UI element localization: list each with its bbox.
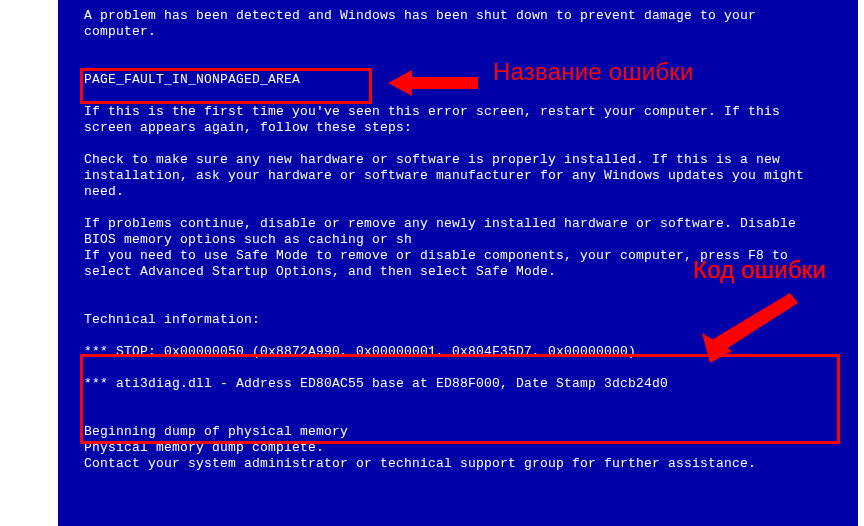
annotation-label-error-code: Код ошибки [693,262,826,278]
module-line: *** ati3diag.dll - Address ED80AC55 base… [84,376,828,392]
annotation-label-error-name: Название ошибки [493,64,694,80]
bsod-screen: A problem has been detected and Windows … [58,0,858,526]
contact: Contact your system administrator or tec… [84,456,828,472]
blank [84,408,828,424]
blank [84,40,828,56]
error-name: PAGE_FAULT_IN_NONPAGED_AREA [84,72,828,88]
bsod-first-time: If this is the first time you've seen th… [84,104,828,136]
blank [84,88,828,104]
dump-complete: Physical memory dump complete. [84,440,828,456]
blank [84,56,828,72]
blank [84,360,828,376]
bsod-intro: A problem has been detected and Windows … [84,8,828,40]
tech-header: Technical information: [84,312,828,328]
stop-line: *** STOP: 0x00000050 (0x8872A990, 0x0000… [84,344,828,360]
blank [84,136,828,152]
blank [84,392,828,408]
dump-begin: Beginning dump of physical memory [84,424,828,440]
blank [84,296,828,312]
bsod-check-hw: Check to make sure any new hardware or s… [84,152,828,200]
blank [84,200,828,216]
blank [84,328,828,344]
bsod-problems-continue: If problems continue, disable or remove … [84,216,828,248]
